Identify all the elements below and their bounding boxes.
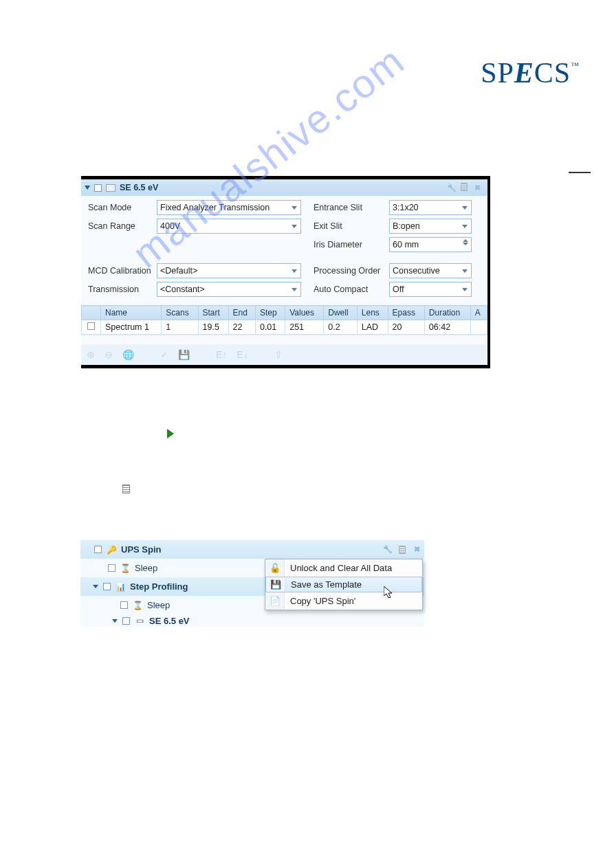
scan-mode-label: Scan Mode: [88, 203, 157, 212]
row-checkbox[interactable]: [87, 322, 95, 330]
cell-name[interactable]: Spectrum 1: [101, 320, 162, 335]
copy-icon: 📄: [270, 596, 281, 606]
hourglass-icon: ⌛: [133, 601, 142, 610]
collapse-icon[interactable]: [85, 186, 90, 190]
cell-values[interactable]: 251: [285, 320, 324, 335]
globe-icon[interactable]: 🌐: [122, 349, 134, 360]
col-start[interactable]: Start: [198, 306, 228, 320]
logo-part-1: SP: [481, 57, 514, 89]
list-icon[interactable]: [397, 545, 407, 555]
chevron-down-icon: [292, 225, 297, 228]
tree-checkbox[interactable]: [94, 546, 102, 553]
chevron-down-icon: [292, 288, 297, 291]
collapse-icon[interactable]: [93, 585, 98, 588]
col-duration[interactable]: Duration: [424, 306, 470, 320]
list-icon[interactable]: [461, 183, 470, 192]
panel-form: Scan Mode Fixed Analyzer Transmission En…: [81, 196, 487, 300]
tree-checkbox[interactable]: [108, 564, 116, 572]
spectrum-icon: ▭: [135, 616, 144, 625]
col-end[interactable]: End: [228, 306, 255, 320]
menu-label: Copy 'UPS Spin': [285, 596, 417, 606]
chevron-down-icon: [462, 225, 468, 228]
brand-logo: SPECS™: [481, 56, 580, 89]
transmission-label: Transmission: [88, 285, 157, 294]
svg-marker-0: [384, 586, 392, 598]
col-dwell[interactable]: Dwell: [324, 306, 358, 320]
table-header-row: Name Scans Start End Step Values Dwell L…: [82, 306, 487, 320]
trademark-icon: ™: [571, 60, 580, 70]
tree-label: Sleep: [135, 563, 157, 573]
processing-order-label: Processing Order: [314, 266, 389, 276]
cell-scans[interactable]: 1: [162, 320, 198, 335]
save-icon[interactable]: 💾: [178, 349, 190, 360]
check-icon[interactable]: ✓: [160, 349, 168, 360]
tree-item-se[interactable]: ▭ SE 6.5 eV: [80, 614, 424, 627]
panel-toolbar: ⊕ ⊖ 🌐 ✓ 💾 E↑ E↓ ⇪: [81, 344, 487, 365]
cell-step[interactable]: 0.01: [255, 320, 285, 335]
spectrum-table: Name Scans Start End Step Values Dwell L…: [81, 305, 487, 344]
col-extra[interactable]: A: [470, 306, 487, 320]
e-up-icon[interactable]: E↑: [216, 349, 227, 360]
key-icon: 🔑: [107, 545, 116, 555]
transmission-dropdown[interactable]: <Constant>: [157, 282, 301, 297]
export-icon[interactable]: ⇪: [274, 349, 283, 360]
close-icon[interactable]: [412, 545, 421, 555]
chevron-down-icon: [292, 269, 297, 273]
collapse-icon[interactable]: [112, 619, 118, 623]
mcd-calibration-label: MCD Calibration: [88, 266, 157, 276]
scan-range-dropdown[interactable]: 400V: [157, 219, 301, 234]
spectrum-icon: [106, 184, 116, 192]
tree-checkbox[interactable]: [103, 583, 111, 590]
exit-slit-dropdown[interactable]: B:open: [389, 219, 472, 234]
e-down-icon[interactable]: E↓: [237, 349, 248, 360]
cell-end[interactable]: 22: [228, 320, 255, 335]
chevron-down-icon: [462, 269, 468, 273]
logo-part-2: CS: [534, 57, 571, 89]
col-scans[interactable]: Scans: [162, 306, 198, 320]
col-name[interactable]: Name: [101, 306, 162, 320]
col-epass[interactable]: Epass: [388, 306, 424, 320]
col-values[interactable]: Values: [285, 306, 324, 320]
tree-label: SE 6.5 eV: [149, 616, 190, 626]
chevron-down-icon: [462, 206, 468, 210]
iris-diameter-spinner[interactable]: 60 mm: [389, 237, 472, 252]
spectrum-settings-panel: SE 6.5 eV Scan Mode Fixed Analyzer Trans…: [81, 176, 490, 368]
scan-range-label: Scan Range: [88, 221, 157, 231]
unlock-icon: 🔓: [270, 563, 281, 573]
auto-compact-dropdown[interactable]: Off: [389, 282, 472, 297]
cell-dwell[interactable]: 0.2: [324, 320, 358, 335]
panel-checkbox[interactable]: [94, 184, 102, 192]
menu-label: Unlock and Clear All Data: [285, 563, 417, 573]
remove-icon[interactable]: ⊖: [105, 349, 113, 360]
tree-label: Sleep: [147, 600, 170, 610]
mcd-calibration-dropdown[interactable]: <Default>: [157, 263, 301, 278]
cell-epass[interactable]: 20: [388, 320, 424, 335]
wrench-icon[interactable]: [447, 183, 457, 192]
table-row[interactable]: Spectrum 1 1 19.5 22 0.01 251 0.2 LAD 20…: [82, 320, 487, 335]
scan-mode-dropdown[interactable]: Fixed Analyzer Transmission: [157, 200, 301, 215]
menu-item-save-template[interactable]: 💾 Save as Template: [265, 577, 422, 592]
menu-item-copy[interactable]: 📄 Copy 'UPS Spin': [265, 592, 422, 610]
auto-compact-label: Auto Compact: [314, 285, 389, 294]
wrench-icon[interactable]: [383, 545, 393, 555]
panel-header: SE 6.5 eV: [81, 179, 487, 196]
cell-start[interactable]: 19.5: [198, 320, 228, 335]
list-icon: [122, 485, 130, 493]
close-icon[interactable]: [474, 183, 484, 192]
col-lens[interactable]: Lens: [357, 306, 388, 320]
cell-extra: [470, 320, 487, 335]
page-rule: [569, 172, 591, 173]
tree-checkbox[interactable]: [120, 601, 128, 609]
spinner-icon[interactable]: [463, 239, 468, 245]
cell-lens[interactable]: LAD: [357, 320, 388, 335]
entrance-slit-dropdown[interactable]: 3:1x20: [389, 200, 472, 215]
processing-order-dropdown[interactable]: Consecutive: [389, 263, 472, 278]
panel-title: SE 6.5 eV: [120, 183, 158, 192]
tree-checkbox[interactable]: [122, 617, 130, 625]
chevron-down-icon: [462, 288, 468, 291]
logo-part-e: E: [514, 57, 534, 89]
cell-duration[interactable]: 06:42: [424, 320, 470, 335]
tree-item-ups-spin[interactable]: 🔑 UPS Spin: [80, 540, 424, 559]
add-icon[interactable]: ⊕: [87, 349, 95, 360]
col-step[interactable]: Step: [255, 306, 285, 320]
